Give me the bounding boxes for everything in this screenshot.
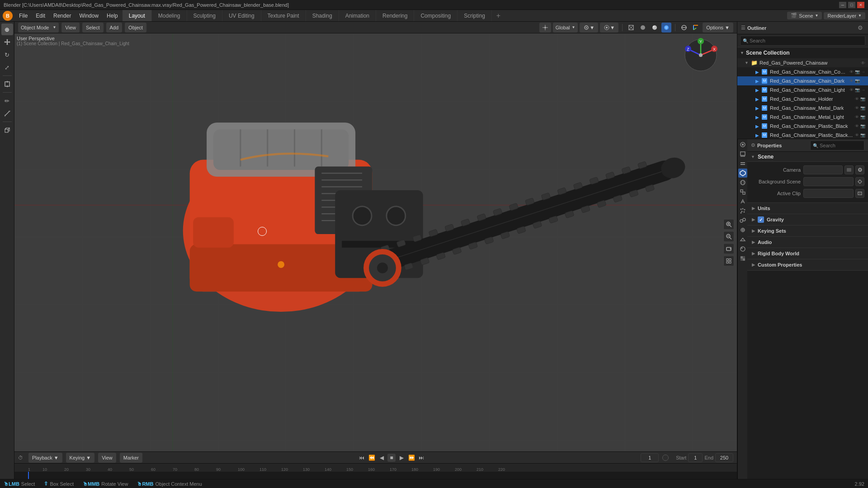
menu-file[interactable]: File [15, 12, 31, 20]
add-workspace-btn[interactable]: + [492, 10, 505, 21]
select-icon[interactable]: → [861, 70, 865, 74]
eye-icon[interactable]: 👁 [849, 70, 854, 74]
svg-rect-146 [741, 256, 743, 258]
measure-tool-btn[interactable] [1, 108, 13, 119]
move-tool-btn[interactable] [1, 36, 13, 48]
rigid-body-world-header[interactable]: ▶ Rigid Body World [747, 248, 868, 259]
svg-point-130 [741, 180, 745, 185]
view-layer-icon[interactable] [738, 159, 747, 168]
menu-window[interactable]: Window [75, 12, 102, 20]
object-props-icon[interactable] [738, 188, 747, 197]
render-icon[interactable]: 📷 [855, 70, 860, 74]
svg-rect-148 [743, 256, 745, 258]
collection-red-gas-powered-chainsaw[interactable]: ▼ 📁 Red_Gas_Powered_Chainsaw 👁 [737, 58, 868, 67]
scene-section-header[interactable]: ▼ Scene [747, 152, 868, 162]
tab-compositing[interactable]: Compositing [414, 10, 458, 21]
rigid-body-world-title: Rigid Body World [758, 251, 799, 256]
shift-key: ⇧ [44, 481, 48, 487]
gravity-checkbox[interactable]: ✓ [758, 216, 764, 223]
eye-icon-dark[interactable]: 👁 [849, 79, 854, 83]
outliner-item-plastic-black-matte[interactable]: ▶ M Red_Gas_Chainsaw_Plastic_Black_Matte… [737, 131, 868, 139]
tab-scripting[interactable]: Scripting [458, 10, 492, 21]
tab-uv-editing[interactable]: UV Editing [222, 10, 261, 21]
world-props-icon[interactable] [738, 178, 747, 187]
texture-icon[interactable] [738, 254, 747, 263]
output-props-icon[interactable] [738, 150, 747, 159]
title-bar: Blender [C:\Users\AMDA8\Desktop\Red_Gas_… [0, 0, 868, 10]
version-number: 2.92 [855, 481, 864, 487]
scale-tool-btn[interactable]: ⤢ [1, 61, 13, 73]
camera-value[interactable] [803, 165, 843, 174]
tab-texture-paint[interactable]: Texture Paint [261, 10, 306, 21]
outliner-item-chain-light[interactable]: ▶ M Red_Gas_Chainsaw_Chain_Light 👁 📷 → [737, 85, 868, 94]
camera-props-btn[interactable]: ⚙ [855, 165, 864, 174]
annotate-tool-btn[interactable]: ✏ [1, 95, 13, 107]
tab-shading[interactable]: Shading [306, 10, 339, 21]
menu-edit[interactable]: Edit [32, 12, 49, 20]
item-eye-icon[interactable]: 👁 [861, 61, 865, 66]
render-icon-light[interactable]: 📷 [855, 88, 860, 92]
outliner-search-wrapper: 🔍 [740, 36, 865, 46]
tab-modeling[interactable]: Modeling [152, 10, 187, 21]
bg-scene-value[interactable] [803, 177, 854, 186]
eye-icon-light[interactable]: 👁 [849, 88, 854, 92]
rotate-tool-btn[interactable]: ↻ [1, 49, 13, 61]
render-layer-selector[interactable]: RenderLayer ▼ [824, 12, 865, 19]
zoom-out-btn[interactable] [723, 231, 734, 242]
maximize-btn[interactable]: □ [848, 2, 855, 8]
tab-animation[interactable]: Animation [339, 10, 376, 21]
render-props-icon[interactable] [738, 140, 747, 149]
minimize-btn[interactable]: ─ [839, 2, 846, 8]
outliner-filter-btn[interactable]: ⚙ [856, 24, 864, 32]
audio-header[interactable]: ▶ Audio [747, 237, 868, 248]
tab-sculpting[interactable]: Sculpting [187, 10, 222, 21]
particles-icon[interactable] [738, 206, 747, 216]
add-cube-btn[interactable] [1, 124, 13, 136]
bg-scene-picker-btn[interactable] [855, 177, 864, 186]
gravity-header[interactable]: ▶ ✓ Gravity [747, 214, 868, 225]
units-header[interactable]: ▶ Units [747, 203, 868, 214]
close-btn[interactable]: ✕ [857, 2, 864, 8]
blender-logo[interactable]: B [3, 11, 13, 21]
camera-view-btn[interactable] [723, 243, 734, 254]
render-icon-dark[interactable]: 📷 [855, 79, 860, 83]
active-clip-value[interactable] [803, 189, 854, 198]
outliner-item-chain-control[interactable]: ▶ M Red_Gas_Chainsaw_Chain_Control 👁 📷 → [737, 67, 868, 76]
frame-120-label: 120 [281, 467, 288, 472]
scene-selector[interactable]: 🎬 Scene ▼ [787, 12, 822, 19]
transform-tool-btn[interactable] [1, 78, 13, 90]
timeline-track[interactable] [14, 472, 737, 479]
select-icon-dark[interactable]: → [861, 79, 865, 83]
material-icon[interactable] [738, 244, 747, 253]
svg-line-3 [5, 111, 9, 116]
tab-layout[interactable]: Layout [123, 10, 152, 21]
outliner-item-metal-light[interactable]: ▶ M Red_Gas_Chainsaw_Metal_Light 👁 📷 [737, 113, 868, 122]
active-clip-picker-btn[interactable] [855, 189, 864, 198]
camera-picker-btn[interactable] [844, 165, 854, 174]
physics-icon[interactable] [738, 216, 747, 225]
zoom-in-btn[interactable] [723, 219, 734, 230]
custom-properties-header[interactable]: ▶ Custom Properties [747, 259, 868, 270]
outliner-search-input[interactable] [740, 36, 865, 46]
object-data-icon[interactable] [738, 235, 747, 244]
menu-render[interactable]: Render [50, 12, 75, 20]
outliner-item-holder[interactable]: ▶ M Red_Gas_Chainsaw_Holder 👁 📷 [737, 94, 868, 103]
scene-props-icon[interactable] [738, 169, 747, 178]
tab-rendering[interactable]: Rendering [376, 10, 414, 21]
keying-sets-header[interactable]: ▶ Keying Sets [747, 225, 868, 236]
constraints-icon[interactable] [738, 225, 747, 235]
frame-130-label: 130 [303, 467, 310, 472]
outliner-item-metal-dark[interactable]: ▶ M Red_Gas_Chainsaw_Metal_Dark 👁 📷 [737, 103, 868, 113]
navigation-gizmo[interactable]: X Y Z [683, 37, 719, 73]
viewport-canvas[interactable]: User Perspective (1) Scene Collection | … [14, 33, 737, 451]
status-rotate-view: 🖱MMB Rotate View [83, 481, 128, 487]
frame-selected-btn[interactable] [723, 255, 734, 266]
frame-numbers-bar: 1 10 20 30 40 50 60 70 80 90 100 110 [14, 464, 737, 472]
props-search-input[interactable] [810, 141, 864, 150]
select-icon-light[interactable]: → [861, 88, 865, 92]
outliner-item-plastic-black[interactable]: ▶ M Red_Gas_Chainsaw_Plastic_Black 👁 📷 [737, 122, 868, 131]
outliner-item-chain-dark[interactable]: ▶ M Red_Gas_Chainsaw_Chain_Dark 👁 📷 → [737, 76, 868, 85]
menu-help[interactable]: Help [103, 12, 122, 20]
modifiers-icon[interactable] [738, 197, 747, 206]
cursor-tool-btn[interactable]: ⊕ [1, 23, 13, 35]
